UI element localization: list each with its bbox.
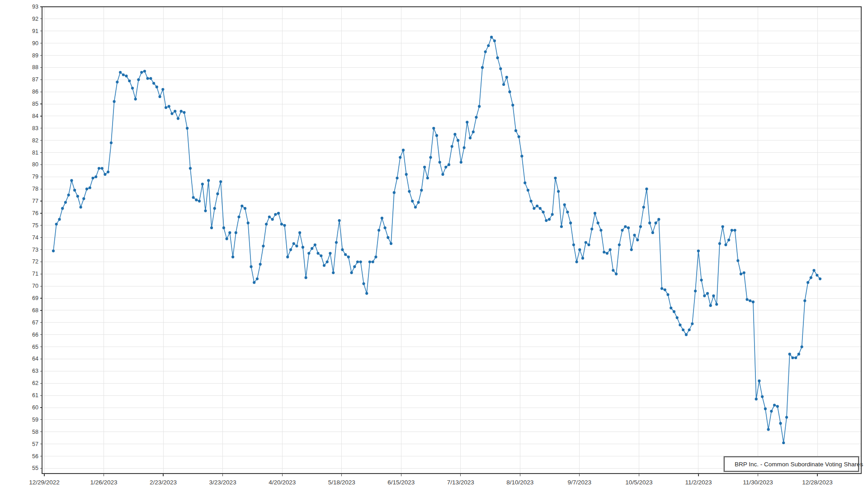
data-point (630, 249, 633, 251)
data-point (727, 239, 730, 241)
data-point (265, 223, 268, 225)
data-point (773, 404, 776, 407)
data-point (554, 177, 557, 179)
data-point (125, 75, 127, 77)
data-point (734, 229, 736, 232)
data-point (551, 213, 554, 216)
plot-area[interactable] (42, 7, 861, 474)
data-point (758, 380, 760, 382)
x-axis-label: 4/20/2023 (269, 479, 296, 486)
y-axis-label: 91 (32, 28, 38, 34)
data-point (444, 166, 447, 169)
data-point (673, 310, 675, 313)
data-point (527, 189, 529, 192)
data-point (341, 249, 344, 251)
y-axis-label: 57 (32, 441, 38, 447)
y-axis-label: 74 (32, 235, 38, 241)
data-point (539, 207, 542, 210)
data-point (740, 272, 742, 275)
data-point (365, 292, 368, 295)
data-point (594, 212, 596, 215)
data-point (448, 163, 450, 166)
data-point (335, 241, 338, 244)
data-point (767, 428, 770, 431)
data-point (520, 155, 523, 158)
y-axis-label: 81 (32, 150, 38, 156)
y-axis-label: 67 (32, 319, 38, 326)
data-point (752, 300, 755, 303)
y-axis-label: 89 (32, 52, 38, 59)
data-point (794, 357, 797, 359)
x-axis-label: 12/28/2023 (802, 479, 833, 486)
data-point (70, 179, 73, 182)
data-point (801, 346, 803, 348)
data-point (666, 293, 669, 296)
data-point (231, 256, 234, 258)
data-point (195, 198, 198, 201)
data-point (381, 217, 383, 220)
data-point (524, 182, 526, 184)
data-point (441, 173, 444, 176)
data-point (204, 210, 207, 212)
data-point (262, 244, 264, 247)
data-point (353, 265, 356, 268)
data-point (460, 161, 462, 164)
chart-container: 5556575859606162636465666768697071727374… (0, 0, 868, 488)
data-point (110, 141, 113, 144)
data-point (709, 304, 712, 307)
data-point (417, 201, 420, 204)
data-point (599, 229, 602, 232)
data-point (724, 244, 727, 246)
data-point (256, 277, 259, 280)
data-point (585, 241, 587, 244)
x-axis-label: 8/10/2023 (506, 479, 533, 486)
data-point (311, 247, 313, 250)
price-chart: 5556575859606162636465666768697071727374… (0, 0, 868, 488)
legend[interactable]: BRP Inc. - Common Subordinate Voting Sha… (724, 456, 859, 472)
data-point (439, 161, 441, 164)
x-axis-label: 6/15/2023 (387, 479, 415, 486)
data-point (61, 207, 64, 210)
data-point (170, 112, 173, 115)
data-point (277, 212, 280, 215)
data-point (402, 149, 405, 151)
data-point (320, 254, 322, 257)
data-point (694, 290, 697, 292)
data-point (131, 87, 134, 89)
y-axis-label: 77 (32, 198, 38, 204)
data-point (505, 76, 508, 79)
data-point (788, 353, 791, 356)
data-point (745, 298, 748, 301)
x-axis-label: 11/30/2023 (743, 479, 773, 486)
data-point (715, 303, 718, 305)
y-axis-label: 93 (32, 4, 38, 10)
data-point (496, 56, 499, 59)
data-point (557, 190, 560, 193)
data-point (250, 265, 252, 268)
data-point (645, 188, 648, 190)
data-point (55, 223, 58, 225)
data-point (700, 279, 703, 282)
y-axis-label: 63 (32, 368, 38, 374)
y-axis-label: 65 (32, 344, 38, 350)
data-point (116, 81, 118, 84)
data-point (514, 129, 517, 132)
data-point (168, 105, 170, 108)
data-point (615, 272, 618, 275)
data-point (113, 100, 116, 103)
data-point (642, 206, 645, 208)
y-axis-label: 80 (32, 161, 38, 168)
x-axis-label: 1/26/2023 (90, 479, 118, 486)
data-point (237, 216, 240, 218)
y-axis-label: 88 (32, 64, 38, 70)
data-point (414, 206, 417, 208)
x-axis-label: 12/29/2022 (29, 479, 60, 486)
x-axis-label: 9/7/2023 (568, 479, 592, 486)
data-point (146, 77, 149, 80)
data-point (305, 276, 307, 279)
data-point (639, 225, 642, 228)
data-point (183, 111, 185, 114)
data-point (80, 206, 82, 208)
data-point (302, 246, 304, 249)
data-point (484, 50, 487, 53)
